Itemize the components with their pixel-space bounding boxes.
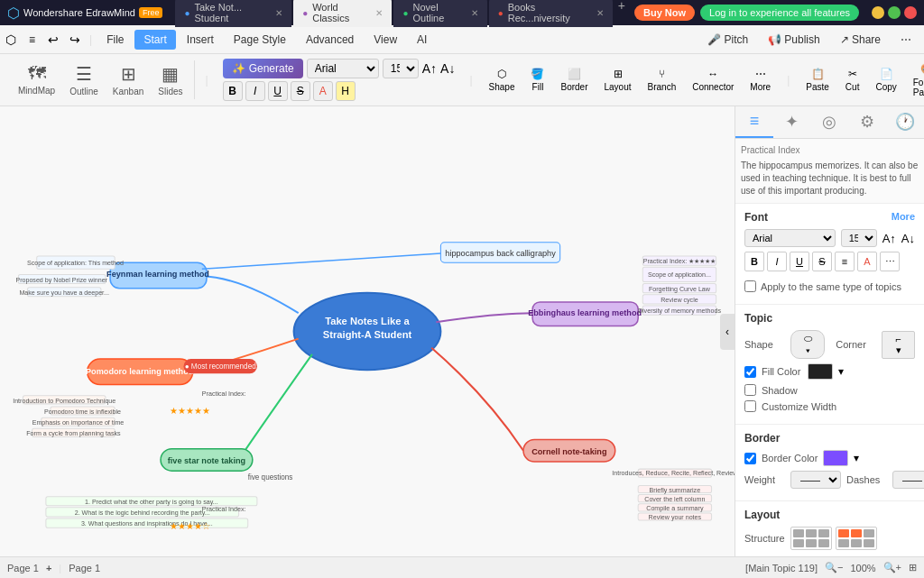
add-page-button[interactable]: +	[46, 563, 51, 573]
border-color-swatch[interactable]	[823, 450, 848, 466]
mindmap-view-button[interactable]: 🗺 MindMap	[13, 60, 60, 99]
panel-tab-format[interactable]: ≡	[735, 106, 773, 138]
shape-button[interactable]: ⬡ Shape	[484, 65, 521, 95]
menu-item-ai[interactable]: AI	[408, 30, 436, 50]
apply-to-all-checkbox[interactable]	[744, 280, 756, 292]
panel-bold-button[interactable]: B	[744, 252, 764, 271]
menu-item-advanced[interactable]: Advanced	[297, 30, 363, 50]
font-size-select[interactable]: 15	[383, 59, 419, 78]
fit-button[interactable]: ⊞	[909, 562, 917, 573]
panel-align-button[interactable]: ≡	[835, 252, 855, 271]
topic-corner-button[interactable]: ⌐ ▾	[882, 331, 915, 359]
panel-color-button[interactable]: A	[857, 252, 877, 271]
tab-close-3[interactable]: ✕	[471, 8, 478, 18]
svg-text:Scope of application: This met: Scope of application: This method	[27, 260, 124, 267]
bold-button[interactable]: B	[223, 81, 243, 101]
format-painter-button[interactable]: 🎨 Format Painter	[908, 60, 924, 100]
font-family-select[interactable]: Arial	[307, 59, 379, 78]
panel-tab-history[interactable]: 🕐	[886, 106, 924, 138]
menu-item-view[interactable]: View	[365, 30, 406, 50]
zoom-in-button[interactable]: 🔍+	[883, 562, 901, 573]
font-row-2: B I U S A H	[223, 81, 456, 101]
login-button[interactable]: Log in to experience all features	[700, 5, 859, 21]
menu-item-file[interactable]: File	[97, 30, 133, 50]
fill-color-swatch[interactable]	[808, 363, 833, 380]
menu-redo[interactable]: ↪	[66, 31, 84, 49]
panel-underline-button[interactable]: U	[790, 252, 809, 271]
panel-font-size-select[interactable]: 15	[841, 229, 877, 247]
slides-view-button[interactable]: ▦ Slides	[152, 60, 188, 99]
paste-button[interactable]: 📋 Paste	[800, 65, 835, 95]
toolbar: 🗺 MindMap ☰ Outline ⊞ Kanban ▦ Slides | …	[0, 54, 924, 106]
italic-button[interactable]: I	[245, 81, 265, 101]
maximize-button[interactable]	[888, 6, 901, 19]
highlight-button[interactable]: H	[336, 81, 356, 101]
fill-color-dropdown[interactable]: ▾	[838, 365, 844, 378]
more-button[interactable]: ⋯ More	[744, 65, 776, 95]
more-menu-button[interactable]: ⋯	[893, 31, 919, 49]
panel-more-format-button[interactable]: ⋯	[880, 252, 900, 271]
fill-button[interactable]: 🪣 Fill	[525, 65, 550, 95]
underline-button[interactable]: U	[268, 81, 288, 101]
topic-shape-button[interactable]: ⬭ ▾	[790, 330, 825, 359]
panel-font-size-up[interactable]: A↑	[882, 232, 896, 245]
tab-take-notes[interactable]: ● Take Not... Student ✕	[175, 0, 291, 27]
border-color-dropdown[interactable]: ▾	[854, 452, 859, 464]
branch-button[interactable]: ⑂ Branch	[642, 65, 682, 95]
panel-strikethrough-button[interactable]: S	[812, 252, 832, 271]
close-button[interactable]	[904, 6, 917, 19]
more-font-link[interactable]: More	[892, 211, 915, 224]
strikethrough-button[interactable]: S	[291, 81, 310, 101]
font-color-button[interactable]: A	[313, 81, 333, 101]
collapse-panel-button[interactable]: ‹	[720, 314, 735, 350]
panel-tab-location[interactable]: ◎	[811, 106, 849, 138]
tab-books-rec[interactable]: ● Books Rec...niversity ✕	[489, 0, 613, 27]
border-dashes-select[interactable]: ——	[892, 471, 924, 489]
border-button[interactable]: ⬜ Border	[555, 65, 593, 95]
svg-text:★★★★☆: ★★★★☆	[170, 521, 210, 531]
panel-tab-settings[interactable]: ⚙	[848, 106, 886, 138]
svg-text:Compile a summary: Compile a summary	[646, 505, 704, 512]
tab-novel-outline[interactable]: ● Novel Outline ✕	[393, 0, 486, 27]
layout-button[interactable]: ⊞ Layout	[598, 65, 636, 95]
outline-view-button[interactable]: ☰ Outline	[64, 60, 104, 99]
pitch-button[interactable]: 🎤 Pitch	[700, 31, 755, 49]
kanban-view-button[interactable]: ⊞ Kanban	[107, 60, 149, 99]
copy-button[interactable]: 📄 Copy	[870, 65, 901, 95]
mindmap-canvas[interactable]: Take Notes Like a Straight-A Student Fey…	[0, 106, 735, 556]
add-tab-button[interactable]: +	[614, 0, 629, 27]
zoom-out-button[interactable]: 🔍−	[825, 562, 843, 573]
font-size-down-button[interactable]: A↓	[440, 61, 455, 76]
tab-close-2[interactable]: ✕	[375, 8, 383, 18]
menu-item-page-style[interactable]: Page Style	[225, 30, 295, 50]
publish-button[interactable]: 📢 Publish	[761, 31, 827, 49]
shadow-checkbox[interactable]	[744, 384, 756, 396]
zoom-level: 100%	[850, 563, 875, 573]
shape-group: ⬡ Shape 🪣 Fill ⬜ Border ⊞ Layout ⑂ Branc…	[484, 65, 777, 95]
tab-close-1[interactable]: ✕	[275, 8, 282, 18]
buy-now-button[interactable]: Buy Now	[634, 5, 695, 21]
panel-font-size-down[interactable]: A↓	[901, 232, 915, 245]
panel-tab-style[interactable]: ✦	[773, 106, 811, 138]
minimize-button[interactable]	[872, 6, 884, 19]
menu-undo[interactable]: ↩	[44, 31, 62, 49]
panel-italic-button[interactable]: I	[767, 252, 787, 271]
menu-item-start[interactable]: Start	[134, 30, 175, 50]
customize-width-checkbox[interactable]	[744, 400, 756, 412]
share-button[interactable]: ↗ Share	[833, 31, 888, 49]
tab-world-classics[interactable]: ● World Classics ✕	[293, 0, 392, 27]
menu-file[interactable]: ≡	[23, 30, 41, 50]
format-painter-icon: 🎨	[920, 63, 924, 76]
generate-button[interactable]: ✨ Generate	[223, 59, 303, 78]
tab-close-4[interactable]: ✕	[596, 8, 604, 18]
fill-color-checkbox[interactable]	[744, 366, 756, 378]
border-color-checkbox[interactable]	[744, 453, 756, 464]
connector-button[interactable]: ↔ Connector	[687, 65, 739, 95]
menu-item-insert[interactable]: Insert	[178, 30, 223, 50]
structure-option-2[interactable]	[836, 527, 877, 550]
font-size-up-button[interactable]: A↑	[422, 61, 437, 76]
structure-option-1[interactable]	[790, 527, 832, 550]
border-weight-select[interactable]: ——	[790, 471, 841, 489]
cut-button[interactable]: ✂ Cut	[840, 65, 865, 95]
panel-font-family-select[interactable]: Arial	[744, 229, 836, 247]
